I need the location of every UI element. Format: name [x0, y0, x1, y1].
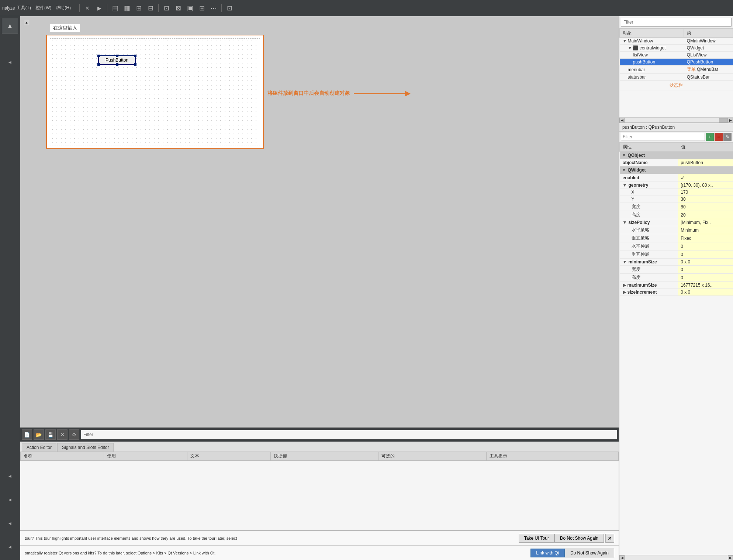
menu-tools[interactable]: 工具(T): [17, 5, 31, 11]
action-save-btn[interactable]: 💾: [45, 429, 56, 440]
table-row[interactable]: listView QListView: [620, 52, 733, 59]
sidebar-item-5[interactable]: ◀: [6, 536, 14, 558]
design-canvas[interactable]: ▲ 在这里输入: [20, 16, 619, 427]
scroll-right-btn[interactable]: ▶: [728, 118, 733, 123]
prop-geometry-value[interactable]: [(170, 30), 80 x..: [678, 182, 733, 189]
prop-hpolicy-value[interactable]: Minimum: [678, 226, 733, 234]
toolbar-btn-7[interactable]: ▣: [185, 3, 195, 13]
action-new-btn[interactable]: 📄: [22, 429, 32, 440]
props-extra-btn[interactable]: ✎: [723, 133, 732, 141]
prop-y-value[interactable]: 30: [678, 196, 733, 203]
action-open-btn[interactable]: 📂: [34, 429, 44, 440]
table-row[interactable]: ▼minimumSize 0 x 0: [620, 259, 733, 266]
main-window-frame[interactable]: PushButton: [46, 35, 264, 149]
table-row[interactable]: 高度 0: [620, 274, 733, 282]
action-filter-input[interactable]: [81, 430, 617, 439]
handle-tc: [116, 55, 118, 57]
sidebar-item-3[interactable]: ◀: [6, 488, 14, 511]
arrow-text: 将组件放到窗口中后会自动创建对象: [267, 90, 350, 97]
toolbar-btn-6[interactable]: ⊠: [173, 3, 183, 13]
props-scrollbar-h[interactable]: ◀ ▶: [619, 555, 733, 560]
prop-vstretch-value[interactable]: 0: [678, 250, 733, 259]
table-row[interactable]: ▼sizePolicy [Minimum, Fix..: [620, 219, 733, 226]
prop-height-value[interactable]: 20: [678, 211, 733, 219]
table-row[interactable]: X 170: [620, 189, 733, 196]
sidebar-item-4[interactable]: ◀: [6, 512, 14, 534]
right-panel: 对象 类 ▼MainWindow QMainWindow ▼⬛ centralw…: [619, 16, 733, 560]
table-row[interactable]: objectName pushButton: [620, 159, 733, 166]
toolbar-btn-9[interactable]: ⋯: [208, 3, 219, 13]
props-scroll-right[interactable]: ▶: [728, 555, 733, 560]
table-row[interactable]: 水平策略 Minimum: [620, 226, 733, 234]
do-not-show-again-btn-1[interactable]: Do Not Show Again: [554, 534, 604, 543]
table-row[interactable]: ▶sizeIncrement 0 x 0: [620, 289, 733, 296]
table-row[interactable]: 高度 20: [620, 211, 733, 219]
table-row[interactable]: menubar 菜单 QMenuBar: [620, 66, 733, 74]
props-scroll-left[interactable]: ◀: [619, 555, 625, 560]
table-row[interactable]: ▼MainWindow QMainWindow: [620, 38, 733, 45]
menu-controls[interactable]: 控件(W): [35, 5, 51, 11]
table-row[interactable]: 宽度 0: [620, 266, 733, 274]
menu-help[interactable]: 帮助(H): [56, 5, 71, 11]
do-not-show-again-btn-2[interactable]: Do Not Show Again: [565, 549, 614, 557]
toolbar-btn-1[interactable]: ▤: [110, 3, 120, 13]
prop-minwidth-value[interactable]: 0: [678, 266, 733, 274]
prop-minsize-value[interactable]: 0 x 0: [678, 259, 733, 266]
table-row[interactable]: ▶maximumSize 16777215 x 16..: [620, 282, 733, 289]
canvas-scroll-up[interactable]: ▲: [24, 20, 29, 25]
toolbar-btn-10[interactable]: ⊡: [224, 3, 235, 13]
prop-vpolicy-value[interactable]: Fixed: [678, 234, 733, 242]
props-filter-input[interactable]: [621, 133, 705, 141]
prop-minheight-label: 高度: [620, 274, 678, 282]
toolbar-btn-4[interactable]: ⊟: [145, 3, 156, 13]
tab-action-editor[interactable]: Action Editor: [22, 443, 56, 452]
toolbar-play-btn[interactable]: ▶: [94, 3, 104, 13]
table-row[interactable]: ▼geometry [(170, 30), 80 x..: [620, 182, 733, 189]
prop-width-value[interactable]: 80: [678, 203, 733, 211]
object-scrollbar-h[interactable]: ◀ ▶: [619, 117, 733, 122]
table-row[interactable]: statusbar QStatusBar: [620, 74, 733, 81]
props-add-btn[interactable]: +: [706, 133, 714, 141]
prop-objectname-value[interactable]: pushButton: [678, 159, 733, 166]
scroll-right-btn-area[interactable]: [719, 118, 728, 122]
obj-col-class: 类: [684, 29, 733, 38]
sidebar-item-1[interactable]: ◀: [6, 47, 14, 77]
prop-hstretch-value[interactable]: 0: [678, 242, 733, 250]
prop-vstretch-label: 垂直伸展: [620, 250, 678, 259]
table-row[interactable]: Y 30: [620, 196, 733, 203]
scroll-left-btn[interactable]: ◀: [619, 118, 625, 123]
action-delete-btn[interactable]: ✕: [57, 429, 68, 440]
toolbar-btn-3[interactable]: ⊞: [134, 3, 144, 13]
tab-signals-slots[interactable]: Signals and Slots Editor: [57, 443, 114, 452]
take-ui-tour-btn[interactable]: Take UI Tour: [519, 534, 554, 543]
toolbar-btn-8[interactable]: ⊞: [197, 3, 207, 13]
toolbar-btn-5[interactable]: ⊡: [161, 3, 172, 13]
action-settings-btn[interactable]: ⚙: [69, 429, 79, 440]
canvas-inner-area[interactable]: PushButton: [50, 38, 260, 145]
prop-minheight-value[interactable]: 0: [678, 274, 733, 282]
prop-maxsize-label: ▶maximumSize: [620, 282, 678, 289]
prop-geometry-label: ▼geometry: [620, 182, 678, 189]
props-remove-btn[interactable]: −: [715, 133, 723, 141]
object-filter-input[interactable]: [621, 18, 732, 27]
table-row[interactable]: 宽度 80: [620, 203, 733, 211]
table-row[interactable]: 水平伸展 0: [620, 242, 733, 250]
arrow-annotation: 将组件放到窗口中后会自动创建对象: [267, 90, 405, 97]
table-row-selected[interactable]: pushButton QPushButton: [620, 59, 733, 66]
toolbar-btn-2[interactable]: ▦: [122, 3, 132, 13]
prop-sizepolicy-value[interactable]: [Minimum, Fix..: [678, 219, 733, 226]
table-row[interactable]: 垂直策略 Fixed: [620, 234, 733, 242]
prop-sizeinc-value[interactable]: 0 x 0: [678, 289, 733, 296]
sidebar-item-2[interactable]: ◀: [6, 465, 14, 487]
table-row[interactable]: enabled ✓: [620, 174, 733, 182]
notif-close-btn-1[interactable]: ✕: [605, 534, 614, 543]
object-filter-bar: [619, 16, 733, 28]
table-row[interactable]: 垂直伸展 0: [620, 250, 733, 259]
toolbar-close-btn[interactable]: ✕: [82, 3, 93, 13]
prop-maxsize-value[interactable]: 16777215 x 16..: [678, 282, 733, 289]
table-row[interactable]: ▼⬛ centralwidget QWidget: [620, 45, 733, 52]
sidebar-scroll-up[interactable]: ▲: [2, 18, 18, 34]
link-with-qt-btn[interactable]: Link with Qt: [530, 549, 565, 557]
prop-x-value[interactable]: 170: [678, 189, 733, 196]
prop-enabled-value[interactable]: ✓: [678, 174, 733, 182]
